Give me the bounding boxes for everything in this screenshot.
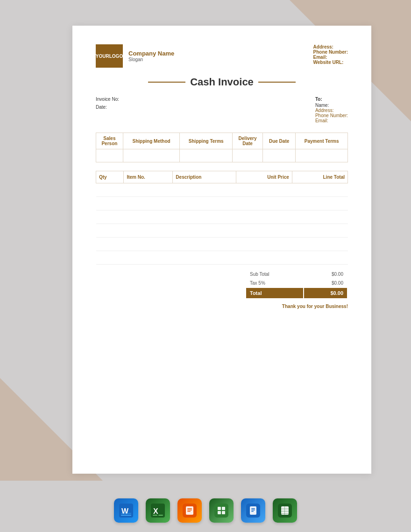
item-desc [173, 238, 236, 251]
totals-section: Sub Total $0.00 Tax 5% $0.00 Total $0.00 [96, 269, 348, 299]
item-qty [96, 197, 124, 210]
invoice-meta: Invoice No: Date: To: Name: Address: Pho… [96, 97, 348, 123]
company-logo: YOUR LOGO [96, 44, 123, 68]
svg-rect-10 [187, 508, 192, 509]
total-row: Total $0.00 [246, 288, 347, 298]
numbers-icon[interactable] [209, 498, 234, 523]
company-name: Company Name [128, 50, 174, 57]
info-table: SalesPerson Shipping Method Shipping Ter… [96, 133, 348, 162]
item-total [292, 210, 347, 224]
invoice-document: YOUR LOGO Company Name Slogan Address: P… [72, 26, 371, 474]
svg-rect-22 [251, 511, 254, 512]
gdocs-icon[interactable] [241, 498, 265, 523]
company-header-left: YOUR LOGO Company Name Slogan [96, 44, 174, 68]
item-no [124, 210, 173, 224]
item-no [124, 183, 173, 197]
to-address: Address: [315, 108, 348, 113]
info-cell-payment-terms [296, 149, 348, 162]
item-price [236, 251, 292, 265]
col-sales-person: SalesPerson [96, 133, 123, 149]
subtotal-value: $0.00 [304, 270, 347, 278]
item-no [124, 197, 173, 210]
item-price [236, 197, 292, 210]
pages-icon[interactable] [177, 498, 202, 523]
title-line-right [258, 82, 296, 83]
item-total [292, 251, 347, 265]
total-label: Total [246, 288, 303, 298]
info-cell-sales [96, 149, 123, 162]
col-qty: Qty [96, 171, 124, 183]
info-cell-shipping-method [123, 149, 179, 162]
to-name: Name: [315, 103, 348, 108]
item-row [96, 238, 348, 251]
item-qty [96, 210, 124, 224]
address-label: Address: [313, 44, 333, 49]
title-line-left [148, 82, 185, 83]
svg-rect-6 [153, 515, 157, 516]
svg-rect-17 [222, 511, 225, 514]
thank-you-message: Thank you for your Business! [96, 304, 348, 309]
to-label: To: [315, 97, 348, 102]
item-row [96, 210, 348, 224]
col-due-date: Due Date [262, 133, 296, 149]
item-total [292, 238, 347, 251]
col-shipping-method: Shipping Method [123, 133, 179, 149]
email-label: Email: [313, 55, 327, 60]
invoice-no-label: Invoice No: [96, 97, 119, 102]
invoice-title: Cash Invoice [190, 76, 254, 88]
item-price [236, 183, 292, 197]
item-price [236, 238, 292, 251]
svg-rect-2 [121, 515, 131, 516]
item-row [96, 197, 348, 210]
info-cell-delivery-date [233, 149, 263, 162]
excel-icon[interactable]: X [146, 498, 170, 523]
svg-rect-12 [187, 511, 191, 512]
to-phone: Phone Number: [315, 113, 348, 118]
svg-rect-20 [251, 508, 255, 509]
item-desc [173, 197, 236, 210]
item-no [124, 224, 173, 238]
col-description: Description [173, 171, 236, 183]
item-price [236, 210, 292, 224]
item-row [96, 183, 348, 197]
tax-label: Tax 5% [246, 279, 303, 287]
subtotal-label: Sub Total [246, 270, 303, 278]
item-desc [173, 210, 236, 224]
svg-rect-13 [214, 504, 228, 518]
document-header: YOUR LOGO Company Name Slogan Address: P… [96, 44, 348, 68]
meta-left: Invoice No: Date: [96, 97, 119, 123]
item-total [292, 224, 347, 238]
col-unit-price: Unit Price [236, 171, 292, 183]
item-desc [173, 224, 236, 238]
info-cell-shipping-terms [180, 149, 233, 162]
item-qty [96, 224, 124, 238]
item-no [124, 238, 173, 251]
tax-value: $0.00 [304, 279, 347, 287]
item-row [96, 224, 348, 238]
item-desc [173, 183, 236, 197]
total-value: $0.00 [304, 288, 347, 298]
gsheets-icon[interactable] [273, 498, 297, 523]
phone-label: Phone Number: [313, 49, 348, 55]
svg-rect-16 [218, 511, 221, 514]
word-icon[interactable]: W [114, 498, 138, 523]
svg-text:W: W [121, 507, 129, 515]
svg-rect-9 [186, 506, 193, 515]
item-desc [173, 251, 236, 265]
item-total [292, 183, 347, 197]
item-qty [96, 238, 124, 251]
item-qty [96, 251, 124, 265]
svg-rect-7 [158, 515, 163, 516]
invoice-no-row: Invoice No: [96, 97, 119, 102]
item-price [236, 224, 292, 238]
totals-table: Sub Total $0.00 Tax 5% $0.00 Total $0.00 [245, 269, 348, 299]
items-table: Qty Item No. Description Unit Price Line… [96, 171, 348, 265]
info-row [96, 149, 348, 162]
logo-text2: LOGO [109, 53, 123, 59]
col-delivery-date: DeliveryDate [233, 133, 263, 149]
title-section: Cash Invoice [96, 76, 348, 88]
item-qty [96, 183, 124, 197]
website-label: Website URL: [313, 60, 344, 65]
svg-rect-19 [250, 506, 256, 515]
item-no [124, 251, 173, 265]
